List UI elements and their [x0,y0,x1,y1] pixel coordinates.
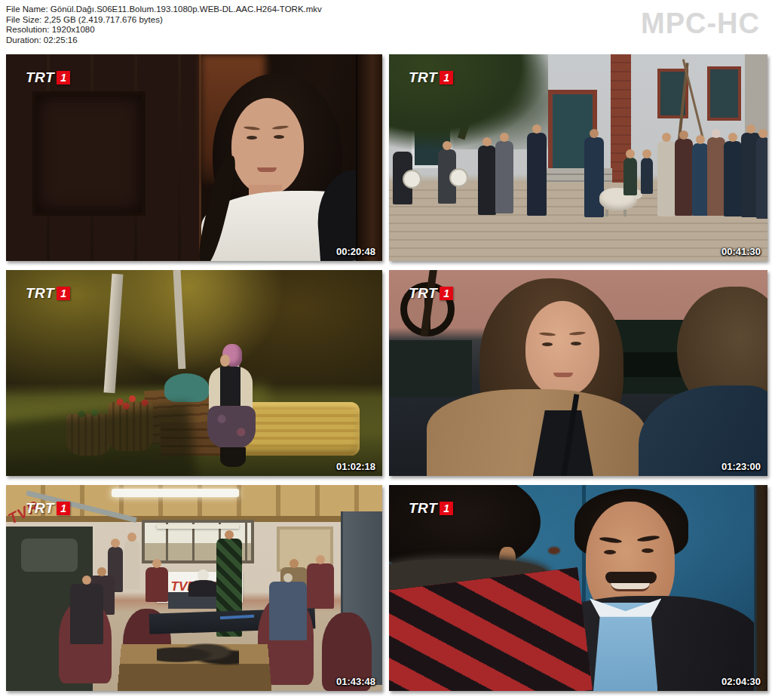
trt1-logo: TRT 1 [409,69,453,86]
file-info-block: File Name: Gönül.Dağı.S06E11.Bolum.193.1… [6,5,322,45]
trt-logo-text: TRT [409,285,437,302]
mouth [553,373,573,377]
video-thumbnail-3: TRT 1 01:02:18 [6,270,382,476]
crowd-figure [675,139,693,216]
video-thumbnail-2: TRT 1 00:41:30 [389,54,767,261]
motor [21,539,78,572]
trt-logo-badge: 1 [57,502,70,515]
trt1-logo: TRT 1 [409,500,453,517]
trt-logo-text: TRT [409,500,437,517]
seated-woman [188,580,219,597]
thumbnail-contact-sheet: File Name: Gönül.Dağı.S06E11.Bolum.193.1… [0,0,772,700]
timestamp: 00:41:30 [721,246,761,257]
drum [403,170,421,189]
woman-face [231,98,304,195]
crowd-figure [724,141,742,216]
trt-logo-text: TRT [409,69,437,86]
duration-line: Duration: 02:25:16 [6,35,322,46]
crowd-figure [756,137,767,219]
video-thumbnail-5: TVR TVR HAVACILIK ve İNOVAS [6,485,382,691]
trt1-logo: TRT 1 [26,285,70,302]
crowd-figure [692,143,709,216]
video-thumbnail-4: TRT 1 01:23:00 [389,270,767,476]
eyebrow [272,124,289,129]
resolution-line: Resolution: 1920x1080 [6,25,322,35]
seated-figure [269,582,307,640]
smiling-mouth [611,583,650,591]
seated-figure [146,567,168,602]
suited-man-figure [527,133,547,216]
eye [274,135,284,139]
trt-logo-badge: 1 [440,71,453,84]
crowd-figure [623,158,637,195]
trt-logo-text: TRT [26,500,54,517]
window [707,66,741,120]
mpc-hc-logo: MPC-HC [641,8,760,40]
crowd-figure [707,137,725,216]
trt-logo-badge: 1 [440,502,453,515]
door-edge [356,54,382,261]
standing-figure [124,541,139,589]
seated-figure [307,563,334,609]
file-name-line: File Name: Gönül.Dağı.S06E11.Bolum.193.1… [6,5,322,15]
machine-bed [389,340,472,398]
mustache [605,572,657,584]
trt-logo-text: TRT [26,285,54,302]
video-thumbnail-1: TRT 1 00:20:48 [6,54,382,261]
teal-sack [164,373,210,402]
crowd-figure [495,141,513,213]
timestamp: 01:43:48 [336,676,375,687]
trt-logo-badge: 1 [57,71,70,84]
door-carved-panel [32,91,146,215]
fluorescent-light [112,489,240,497]
suited-man-figure [584,137,604,217]
wall-edge [754,485,767,691]
timestamp: 01:23:00 [721,461,761,472]
trt1-logo: TRT 1 [26,500,70,517]
pine-tree [389,54,548,149]
seated-figure [70,584,103,644]
trt-logo-text: TRT [26,69,54,86]
eyebrow [539,332,556,336]
trt-logo-badge: 1 [440,287,453,300]
eye [247,136,257,140]
drum [449,168,468,187]
crowd-figure [657,141,676,216]
timestamp: 01:02:18 [336,461,375,472]
trt1-logo: TRT 1 [26,69,70,86]
trt1-logo: TRT 1 [409,285,453,302]
patterned-skirt [207,406,256,450]
file-size-line: File Size: 2,25 GB (2.419.717.676 bytes) [6,15,322,26]
crowd-figure [478,146,496,215]
woman-face [525,301,599,396]
eye [604,550,616,554]
whitewashed-tree-trunk [103,274,123,394]
crowd-figure [641,158,653,194]
eyebrow [637,535,660,542]
timestamp: 02:04:30 [721,676,761,687]
video-thumbnail-6: TRT 1 02:04:30 [389,485,767,691]
eye [571,342,581,345]
woman-legs [220,447,246,467]
rust-spot [548,547,560,554]
eyebrow [569,331,586,336]
engine-parts [157,641,240,668]
eyebrow [599,536,623,544]
eye [642,548,654,553]
eye [542,342,553,346]
mouth [257,167,277,172]
tree-trunk [173,270,185,369]
eyebrow [244,125,260,130]
hanging-light [157,524,240,529]
trt-logo-badge: 1 [57,287,70,300]
timestamp: 00:20:48 [336,246,375,257]
